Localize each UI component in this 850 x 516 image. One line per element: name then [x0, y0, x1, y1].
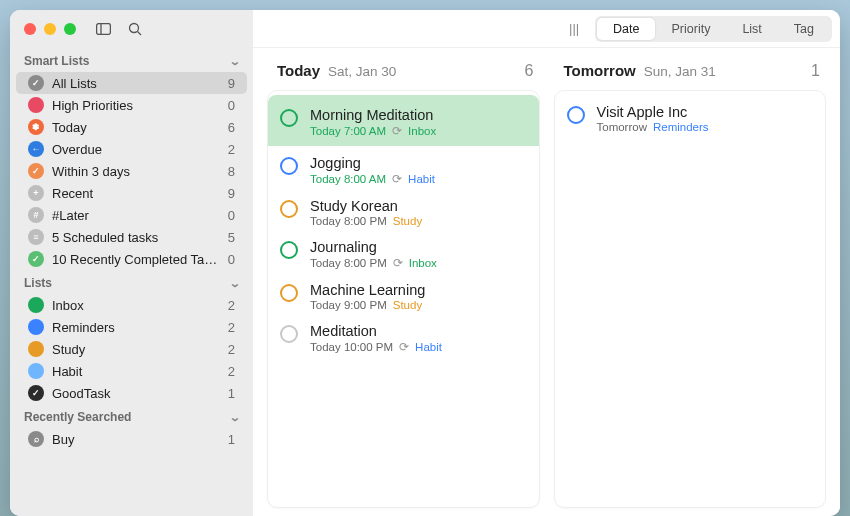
task-meta: Today 9:00 PMStudy [310, 299, 425, 311]
app-window: Smart Lists⌄✓All Lists9High Priorities0✽… [10, 10, 840, 516]
task-meta: Today 10:00 PM⟳Habit [310, 340, 442, 354]
list-icon: ✽ [28, 119, 44, 135]
task-meta: Today 7:00 AM⟳Inbox [310, 124, 436, 138]
task-row[interactable]: Machine LearningToday 9:00 PMStudy [268, 273, 539, 314]
complete-ring[interactable] [280, 325, 298, 343]
sidebar-item[interactable]: ##Later0 [16, 204, 247, 226]
list-icon: # [28, 207, 44, 223]
search-icon[interactable] [127, 22, 142, 37]
sidebar-toggle-icon[interactable] [96, 22, 111, 37]
sidebar-item[interactable]: Inbox2 [16, 294, 247, 316]
segment-priority[interactable]: Priority [655, 18, 726, 40]
segment-list[interactable]: List [726, 18, 777, 40]
sidebar-item[interactable]: ✓10 Recently Completed Tasks0 [16, 248, 247, 270]
sidebar-item[interactable]: High Priorities0 [16, 94, 247, 116]
sidebar-item[interactable]: Habit2 [16, 360, 247, 382]
list-icon: ✓ [28, 251, 44, 267]
column-count: 1 [811, 62, 820, 80]
sidebar-item-label: Today [52, 120, 220, 135]
sidebar-item[interactable]: Study2 [16, 338, 247, 360]
sidebar-item[interactable]: +Recent9 [16, 182, 247, 204]
task-info: Visit Apple IncTomorrowReminders [597, 104, 709, 133]
sidebar-item[interactable]: ✓All Lists9 [16, 72, 247, 94]
repeat-icon: ⟳ [392, 124, 402, 138]
complete-ring[interactable] [280, 284, 298, 302]
complete-ring[interactable] [280, 241, 298, 259]
task-meta: Today 8:00 AM⟳Habit [310, 172, 435, 186]
segment-date[interactable]: Date [597, 18, 655, 40]
task-name: Meditation [310, 323, 442, 339]
chevron-down-icon: ⌄ [229, 277, 241, 290]
task-info: MeditationToday 10:00 PM⟳Habit [310, 323, 442, 354]
task-when: Today 8:00 PM [310, 257, 387, 269]
column-count: 6 [525, 62, 534, 80]
complete-ring[interactable] [567, 106, 585, 124]
complete-ring[interactable] [280, 109, 298, 127]
task-list: Study [393, 215, 422, 227]
columns-icon[interactable]: ||| [563, 21, 585, 36]
task-list: Reminders [653, 121, 709, 133]
sidebar-item[interactable]: ✓Within 3 days8 [16, 160, 247, 182]
sidebar-item-count: 5 [228, 230, 235, 245]
sidebar-section-header[interactable]: Smart Lists⌄ [10, 48, 253, 72]
task-when: Today 8:00 AM [310, 173, 386, 185]
sidebar-item-count: 6 [228, 120, 235, 135]
sidebar-item[interactable]: Reminders2 [16, 316, 247, 338]
complete-ring[interactable] [280, 200, 298, 218]
sidebar-item-count: 1 [228, 386, 235, 401]
task-row[interactable]: Visit Apple IncTomorrowReminders [555, 95, 826, 136]
toolbar: ||| DatePriorityListTag [253, 10, 840, 48]
list-icon: ✓ [28, 75, 44, 91]
task-row[interactable]: Study KoreanToday 8:00 PMStudy [268, 189, 539, 230]
svg-line-3 [137, 32, 141, 36]
list-icon: ✓ [28, 385, 44, 401]
complete-ring[interactable] [280, 157, 298, 175]
sidebar-item-count: 0 [228, 208, 235, 223]
sidebar-section-header[interactable]: Lists⌄ [10, 270, 253, 294]
task-name: Morning Meditation [310, 107, 436, 123]
sidebar-item-label: #Later [52, 208, 220, 223]
column-date: Sat, Jan 30 [328, 64, 396, 79]
repeat-icon: ⟳ [393, 256, 403, 270]
task-list: Study [393, 299, 422, 311]
section-title: Recently Searched [24, 410, 131, 424]
task-row[interactable]: MeditationToday 10:00 PM⟳Habit [268, 314, 539, 357]
task-name: Journaling [310, 239, 437, 255]
sidebar-item[interactable]: ✽Today6 [16, 116, 247, 138]
sidebar-item-count: 0 [228, 252, 235, 267]
task-meta: Today 8:00 PMStudy [310, 215, 422, 227]
sidebar-item[interactable]: ←Overdue2 [16, 138, 247, 160]
task-row[interactable]: JoggingToday 8:00 AM⟳Habit [268, 146, 539, 189]
segment-tag[interactable]: Tag [778, 18, 830, 40]
task-row[interactable]: Morning MeditationToday 7:00 AM⟳Inbox [268, 95, 539, 146]
minimize-button[interactable] [44, 23, 56, 35]
sidebar-item-label: GoodTask [52, 386, 220, 401]
task-info: JournalingToday 8:00 PM⟳Inbox [310, 239, 437, 270]
task-row[interactable]: JournalingToday 8:00 PM⟳Inbox [268, 230, 539, 273]
list-icon: + [28, 185, 44, 201]
sidebar-item-label: Within 3 days [52, 164, 220, 179]
chevron-down-icon: ⌄ [229, 411, 241, 424]
sidebar-item[interactable]: ✓GoodTask1 [16, 382, 247, 404]
sidebar-item-label: Inbox [52, 298, 220, 313]
svg-rect-0 [97, 24, 111, 35]
column-header: TomorrowSun, Jan 311 [554, 56, 827, 90]
column-title: Tomorrow [564, 62, 636, 79]
svg-point-2 [129, 24, 138, 33]
sidebar-item-count: 1 [228, 432, 235, 447]
sidebar-section-header[interactable]: Recently Searched⌄ [10, 404, 253, 428]
repeat-icon: ⟳ [399, 340, 409, 354]
sidebar-item[interactable]: ⌕Buy1 [16, 428, 247, 450]
list-icon [28, 319, 44, 335]
task-when: Today 10:00 PM [310, 341, 393, 353]
zoom-button[interactable] [64, 23, 76, 35]
list-icon: ← [28, 141, 44, 157]
repeat-icon: ⟳ [392, 172, 402, 186]
close-button[interactable] [24, 23, 36, 35]
titlebar [10, 10, 253, 48]
task-when: Tomorrow [597, 121, 647, 133]
task-info: Study KoreanToday 8:00 PMStudy [310, 198, 422, 227]
list-icon: ✓ [28, 163, 44, 179]
sidebar-item[interactable]: ≡5 Scheduled tasks5 [16, 226, 247, 248]
task-card: Visit Apple IncTomorrowReminders [554, 90, 827, 508]
